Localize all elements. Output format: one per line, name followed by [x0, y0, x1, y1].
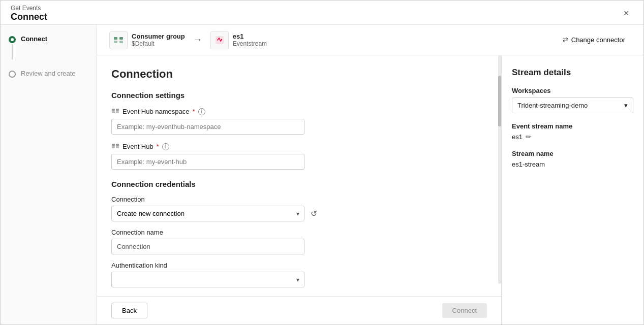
stream-name-label: Stream name — [512, 150, 633, 157]
step-dot-review — [9, 71, 16, 78]
connector-source-name: Consumer group — [132, 32, 185, 40]
edit-icon[interactable]: ✏ — [526, 133, 531, 141]
event-stream-name-group: Event stream name es1 ✏ — [512, 122, 633, 141]
event-hub-icon — [111, 142, 119, 151]
connector-target-sub: Eventstream — [233, 40, 267, 47]
connection-credentials-section: Connection credentials Connection Create… — [111, 180, 487, 287]
connection-label-row: Connection — [111, 196, 487, 203]
svg-rect-6 — [112, 109, 115, 111]
scrollbar-track — [498, 55, 501, 284]
form-main: Connection Connection settings — [97, 55, 501, 324]
auth-kind-label: Authentication kind — [111, 262, 167, 269]
connector-target-text: es1 Eventstream — [233, 32, 267, 47]
svg-rect-8 — [116, 109, 119, 111]
change-connector-icon: ⇄ — [563, 36, 568, 44]
svg-rect-11 — [112, 146, 115, 148]
top-bar: Get Events Connect × — [1, 1, 643, 25]
svg-rect-0 — [114, 37, 117, 40]
event-hub-namespace-group: Event Hub namespace * i — [111, 107, 487, 135]
step-label-review: Review and create — [21, 70, 76, 77]
connection-settings-title: Connection settings — [111, 91, 487, 100]
sidebar-step-review[interactable]: Review and create — [9, 70, 88, 78]
event-hub-label: Event Hub — [122, 143, 154, 150]
dialog-title-group: Get Events Connect — [11, 5, 47, 22]
auth-kind-select[interactable] — [111, 272, 304, 287]
svg-rect-7 — [112, 111, 115, 113]
stream-details-panel: Stream details Workspaces Trident-stream… — [501, 55, 643, 324]
workspace-select[interactable]: Trident-streaming-demo ▾ — [512, 98, 633, 113]
sidebar-step-connect[interactable]: Connect — [9, 35, 88, 59]
workspaces-group: Workspaces Trident-streaming-demo ▾ — [512, 87, 633, 113]
step-label-connect: Connect — [21, 35, 47, 43]
svg-rect-13 — [116, 146, 119, 148]
connect-button[interactable]: Connect — [442, 303, 487, 318]
event-stream-name-label: Event stream name — [512, 122, 633, 130]
auth-kind-label-row: Authentication kind — [111, 262, 487, 269]
consumer-group-icon — [109, 31, 128, 49]
form-content: Connection Connection settings — [97, 55, 643, 324]
close-button[interactable]: × — [619, 7, 633, 21]
workspaces-label: Workspaces — [512, 87, 633, 94]
connection-group: Connection Create new connection ▾ — [111, 196, 487, 221]
stream-name-value: es1-stream — [512, 160, 633, 168]
main-layout: Connect Review and create — [1, 25, 643, 324]
connection-name-label-row: Connection name — [111, 229, 487, 236]
event-hub-namespace-label-row: Event Hub namespace * i — [111, 107, 487, 116]
change-connector-button[interactable]: ⇄ Change connector — [557, 33, 631, 47]
connector-target: es1 Eventstream — [210, 31, 267, 49]
event-hub-required: * — [157, 143, 159, 150]
connection-select[interactable]: Create new connection — [111, 206, 304, 221]
event-stream-value: es1 — [512, 133, 523, 141]
dialog-subtitle: Get Events — [11, 5, 47, 12]
scrollbar-thumb[interactable] — [498, 76, 501, 126]
connection-name-group: Connection name — [111, 229, 487, 254]
connector-source-text: Consumer group $Default — [132, 32, 185, 47]
connection-name-input[interactable] — [111, 239, 304, 254]
event-hub-namespace-input[interactable] — [111, 119, 304, 135]
svg-rect-1 — [114, 41, 117, 43]
step-indicator-connect — [9, 36, 16, 59]
svg-rect-4 — [216, 36, 224, 44]
workspace-value: Trident-streaming-demo — [517, 102, 588, 109]
svg-point-5 — [221, 39, 222, 40]
auth-kind-group: Authentication kind ▾ — [111, 262, 487, 287]
connector-arrow: → — [193, 35, 202, 45]
step-line — [12, 44, 13, 59]
connector-source-sub: $Default — [132, 40, 185, 47]
auth-kind-select-wrapper: ▾ — [111, 272, 304, 287]
form-footer: Back Connect — [97, 296, 501, 324]
event-hub-group: Event Hub * i — [111, 142, 487, 170]
connector-bar: Consumer group $Default → — [97, 25, 643, 55]
eventstream-icon — [210, 31, 229, 49]
svg-rect-3 — [119, 41, 123, 43]
content-area: Consumer group $Default → — [97, 25, 643, 324]
connector-target-name: es1 — [233, 32, 267, 40]
event-hub-input[interactable] — [111, 154, 304, 170]
stream-name-group: Stream name es1-stream — [512, 150, 633, 168]
stream-details-title: Stream details — [512, 68, 633, 78]
connection-row: Create new connection ▾ ↺ — [111, 206, 487, 221]
event-hub-namespace-label: Event Hub namespace — [122, 108, 190, 115]
step-dot-connect — [9, 36, 16, 43]
event-hub-namespace-info[interactable]: i — [198, 108, 205, 115]
change-connector-label: Change connector — [571, 36, 625, 44]
svg-rect-2 — [119, 37, 123, 40]
event-hub-label-row: Event Hub * i — [111, 142, 487, 151]
form-title: Connection — [111, 68, 487, 81]
connection-refresh-button[interactable]: ↺ — [309, 207, 319, 220]
connection-name-label: Connection name — [111, 229, 163, 236]
svg-rect-9 — [116, 111, 119, 113]
svg-rect-12 — [116, 144, 119, 146]
event-hub-info[interactable]: i — [162, 143, 169, 150]
event-stream-row: es1 ✏ — [512, 133, 633, 141]
refresh-icon: ↺ — [311, 209, 317, 218]
connector-source: Consumer group $Default — [109, 31, 185, 49]
event-hub-namespace-required: * — [193, 108, 195, 115]
connection-credentials-title: Connection credentials — [111, 180, 487, 188]
back-button[interactable]: Back — [111, 303, 147, 318]
step-indicator-review — [9, 71, 16, 78]
sidebar: Connect Review and create — [1, 25, 97, 324]
connection-label: Connection — [111, 196, 145, 203]
event-hub-namespace-icon — [111, 107, 119, 116]
connection-select-wrapper: Create new connection ▾ — [111, 206, 304, 221]
